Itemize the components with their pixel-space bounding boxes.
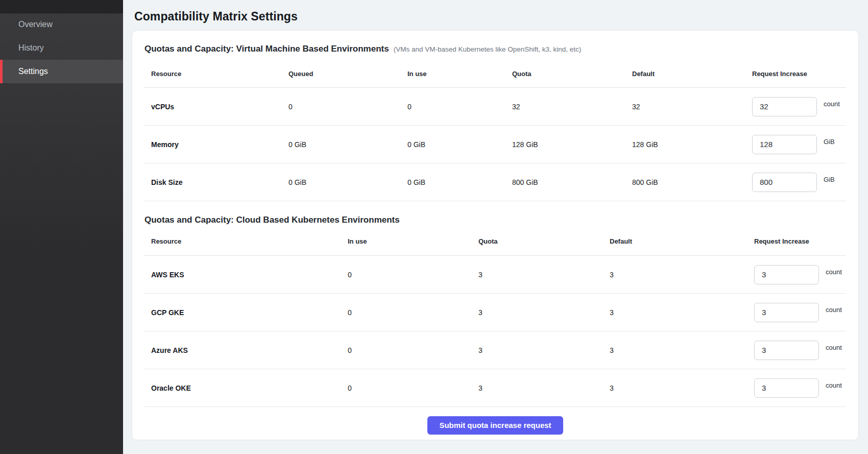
- section-heading-row: Quotas and Capacity: Cloud Based Kuberne…: [144, 213, 846, 227]
- in-use-value: 0: [348, 384, 478, 392]
- vm-quotas-section: Quotas and Capacity: Virtual Machine Bas…: [144, 43, 846, 201]
- column-header-resource: Resource: [151, 70, 288, 78]
- section-subtitle: (VMs and VM-based Kubernetes like OpenSh…: [394, 45, 582, 53]
- sidebar-item-settings[interactable]: Settings: [0, 60, 123, 83]
- request-increase-cell: count: [754, 265, 846, 284]
- default-value: 800 GiB: [632, 178, 752, 186]
- default-value: 3: [610, 346, 754, 354]
- column-header-in-use: In use: [348, 237, 478, 245]
- column-header-request-increase: Request Increase: [752, 70, 846, 78]
- cloud-quotas-section: Quotas and Capacity: Cloud Based Kuberne…: [144, 213, 846, 407]
- request-increase-cell: count: [754, 378, 846, 398]
- column-header-queued: Queued: [288, 70, 407, 78]
- vm-table-header: Resource Queued In use Quota Default Req…: [144, 60, 846, 88]
- in-use-value: 0 GiB: [407, 140, 512, 149]
- azure-aks-request-input[interactable]: [754, 341, 819, 360]
- quota-value: 3: [478, 308, 610, 317]
- request-increase-cell: count: [754, 341, 846, 360]
- queued-value: 0: [288, 103, 407, 111]
- aws-eks-request-input[interactable]: [754, 265, 819, 284]
- request-increase-cell: count: [754, 303, 846, 322]
- unit-label: GiB: [824, 138, 835, 146]
- in-use-value: 0 GiB: [407, 178, 512, 186]
- resource-label: Azure AKS: [151, 346, 348, 354]
- memory-request-input[interactable]: [752, 135, 817, 154]
- request-increase-cell: count: [752, 97, 846, 116]
- in-use-value: 0: [348, 271, 478, 279]
- table-row-azure-aks: Azure AKS 0 3 3 count: [144, 331, 846, 369]
- cloud-table-header: Resource In use Quota Default Request In…: [144, 227, 846, 256]
- page-title: Compatibility Matrix Settings: [134, 10, 859, 23]
- unit-label: count: [826, 306, 842, 314]
- quota-value: 32: [512, 103, 632, 111]
- section-title: Quotas and Capacity: Cloud Based Kuberne…: [144, 213, 400, 227]
- quota-value: 800 GiB: [512, 178, 632, 186]
- resource-label: AWS EKS: [151, 271, 348, 279]
- in-use-value: 0: [348, 346, 478, 354]
- resource-label: vCPUs: [151, 103, 288, 111]
- unit-label: count: [826, 268, 842, 276]
- request-increase-cell: GiB: [752, 135, 846, 154]
- queued-value: 0 GiB: [288, 178, 407, 186]
- table-row-disk-size: Disk Size 0 GiB 0 GiB 800 GiB 800 GiB Gi…: [144, 163, 846, 201]
- vcpus-request-input[interactable]: [752, 97, 817, 116]
- column-header-quota: Quota: [478, 237, 610, 245]
- sidebar-item-label: Overview: [18, 20, 53, 29]
- unit-label: count: [826, 381, 842, 389]
- default-value: 32: [632, 103, 752, 111]
- request-increase-cell: GiB: [752, 173, 846, 192]
- table-row-aws-eks: AWS EKS 0 3 3 count: [144, 256, 846, 294]
- resource-label: Oracle OKE: [151, 384, 348, 392]
- column-header-quota: Quota: [512, 70, 632, 78]
- in-use-value: 0: [348, 308, 478, 317]
- quota-value: 128 GiB: [512, 140, 632, 149]
- resource-label: Disk Size: [151, 178, 288, 186]
- table-row-vcpus: vCPUs 0 0 32 32 count: [144, 88, 846, 126]
- app-window: Overview History Settings Compatibility …: [0, 0, 868, 454]
- column-header-default: Default: [610, 237, 754, 245]
- sidebar-item-history[interactable]: History: [0, 36, 123, 60]
- oracle-oke-request-input[interactable]: [754, 378, 819, 398]
- unit-label: count: [826, 344, 842, 351]
- default-value: 3: [610, 384, 754, 392]
- card-footer: Submit quota increase request: [144, 407, 846, 435]
- column-header-resource: Resource: [151, 237, 348, 245]
- submit-quota-request-button[interactable]: Submit quota increase request: [427, 416, 563, 435]
- quota-value: 3: [478, 271, 610, 279]
- default-value: 3: [610, 271, 754, 279]
- sidebar: Overview History Settings: [0, 0, 123, 454]
- section-title: Quotas and Capacity: Virtual Machine Bas…: [144, 43, 389, 55]
- quota-value: 3: [478, 384, 610, 392]
- table-row-oracle-oke: Oracle OKE 0 3 3 count: [144, 369, 846, 407]
- column-header-request-increase: Request Increase: [754, 237, 846, 245]
- gcp-gke-request-input[interactable]: [754, 303, 819, 322]
- sidebar-item-label: Settings: [18, 67, 48, 76]
- sidebar-item-label: History: [18, 43, 44, 53]
- main-content: Compatibility Matrix Settings Quotas and…: [123, 0, 868, 454]
- sidebar-item-overview[interactable]: Overview: [0, 13, 123, 36]
- default-value: 128 GiB: [632, 140, 752, 149]
- resource-label: Memory: [151, 140, 288, 149]
- table-row-memory: Memory 0 GiB 0 GiB 128 GiB 128 GiB GiB: [144, 126, 846, 163]
- queued-value: 0 GiB: [288, 140, 407, 149]
- unit-label: GiB: [824, 176, 835, 183]
- table-row-gcp-gke: GCP GKE 0 3 3 count: [144, 294, 846, 331]
- column-header-in-use: In use: [407, 70, 512, 78]
- settings-card: Quotas and Capacity: Virtual Machine Bas…: [132, 30, 859, 440]
- unit-label: count: [824, 100, 840, 108]
- quota-value: 3: [478, 346, 610, 354]
- resource-label: GCP GKE: [151, 308, 348, 317]
- disk-size-request-input[interactable]: [752, 173, 817, 192]
- section-heading-row: Quotas and Capacity: Virtual Machine Bas…: [144, 43, 846, 55]
- column-header-default: Default: [632, 70, 752, 78]
- default-value: 3: [610, 308, 754, 317]
- in-use-value: 0: [407, 103, 512, 111]
